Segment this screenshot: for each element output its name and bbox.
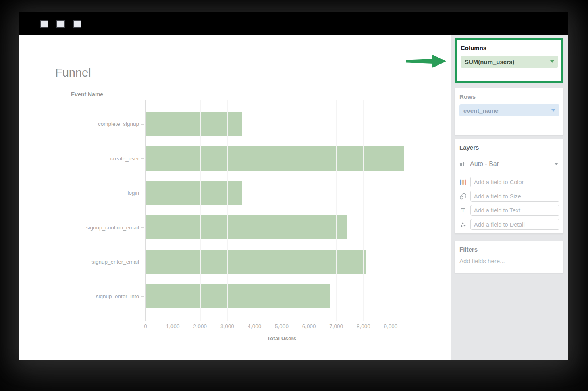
x-axis-ticks: 0 1,000 2,000 3,000 4,000 5,000 6,000 7,…	[145, 323, 418, 331]
add-detail-field-input[interactable]	[470, 219, 559, 230]
filters-label: Filters	[459, 246, 559, 253]
text-field-slot: T	[459, 205, 559, 216]
x-tick-label: 6,000	[302, 323, 316, 329]
add-text-field-input[interactable]	[470, 205, 559, 216]
rows-shelf: Rows event_name	[455, 88, 563, 135]
category-tick	[141, 193, 144, 193]
bar[interactable]	[146, 284, 330, 308]
gridline	[227, 100, 228, 321]
category-tick	[141, 296, 144, 297]
rows-field-label: event_name	[463, 107, 499, 114]
x-axis-title: Total Users	[145, 335, 418, 341]
plot-area: complete_signup create_user login signup…	[145, 100, 418, 321]
bar[interactable]	[146, 181, 242, 205]
x-tick-label: 4,000	[247, 323, 261, 329]
window-titlebar	[19, 12, 568, 35]
category-tick	[141, 227, 144, 228]
gridline	[391, 100, 391, 321]
x-tick-label: 1,000	[166, 323, 180, 329]
x-tick-label: 8,000	[357, 323, 370, 329]
category-label: signup_enter_info	[96, 293, 139, 299]
gridline	[309, 100, 309, 321]
fields-panel: Columns SUM(num_users) Rows event_name L…	[451, 35, 568, 360]
chart-type-label: Auto - Bar	[470, 160, 499, 168]
category-label: signup_enter_email	[91, 259, 139, 265]
x-tick-label: 5,000	[275, 323, 289, 329]
chevron-down-icon[interactable]	[551, 109, 555, 112]
window-control-square-icon[interactable]	[40, 20, 48, 28]
bar[interactable]	[146, 112, 242, 136]
gridline	[363, 100, 364, 321]
category-tick	[141, 124, 144, 125]
gridline	[282, 100, 282, 321]
chart-canvas: Funnel Event Name complete_signup create…	[19, 35, 451, 360]
x-tick-label: 9,000	[384, 323, 397, 329]
category-label: create_user	[110, 155, 139, 161]
window-control-square-icon[interactable]	[73, 20, 81, 28]
gridline	[336, 100, 337, 321]
app-window: Funnel Event Name complete_signup create…	[19, 12, 568, 360]
y-axis-title: Event Name	[71, 91, 103, 98]
gridline	[200, 100, 201, 321]
gridline	[255, 100, 255, 321]
layers-label: Layers	[455, 139, 563, 155]
bar[interactable]	[146, 146, 404, 171]
category-label: login	[127, 190, 139, 196]
x-tick-label: 2,000	[193, 323, 207, 329]
chevron-down-icon[interactable]	[554, 163, 558, 165]
columns-field-label: SUM(num_users)	[465, 58, 514, 65]
x-tick-label: 0	[144, 323, 147, 329]
columns-shelf: Columns SUM(num_users)	[455, 38, 563, 83]
chart-type-selector[interactable]: Auto - Bar	[455, 155, 563, 173]
columns-field-pill[interactable]: SUM(num_users)	[461, 56, 558, 68]
layers-panel: Layers Auto - Bar	[455, 139, 563, 234]
size-field-slot	[459, 191, 559, 202]
filters-panel[interactable]: Filters Add fields here...	[455, 241, 563, 273]
category-label: complete_signup	[98, 121, 139, 127]
color-bars-icon	[459, 179, 467, 185]
rows-label: Rows	[459, 93, 559, 100]
add-size-field-input[interactable]	[470, 191, 559, 202]
detail-dots-icon	[459, 221, 467, 228]
window-control-square-icon[interactable]	[56, 20, 65, 28]
rows-field-pill[interactable]: event_name	[459, 104, 559, 116]
filters-placeholder: Add fields here...	[459, 258, 559, 264]
category-tick	[141, 262, 144, 262]
category-label: signup_confirm_email	[86, 224, 139, 230]
svg-text:T: T	[461, 207, 465, 214]
text-icon: T	[459, 207, 467, 214]
x-tick-label: 3,000	[220, 323, 234, 329]
category-tick	[141, 158, 144, 159]
bar-chart-icon	[459, 161, 466, 167]
gridline	[173, 100, 173, 321]
annotation-arrow-icon	[405, 54, 446, 69]
detail-field-slot	[459, 219, 559, 230]
bar[interactable]	[146, 215, 347, 239]
x-tick-label: 7,000	[329, 323, 343, 329]
chevron-down-icon[interactable]	[550, 60, 554, 63]
color-field-slot	[459, 177, 559, 187]
columns-label: Columns	[461, 44, 558, 51]
size-bubbles-icon	[459, 193, 467, 200]
chart-title: Funnel	[55, 66, 91, 79]
bar[interactable]	[146, 250, 366, 274]
add-color-field-input[interactable]	[470, 177, 559, 187]
